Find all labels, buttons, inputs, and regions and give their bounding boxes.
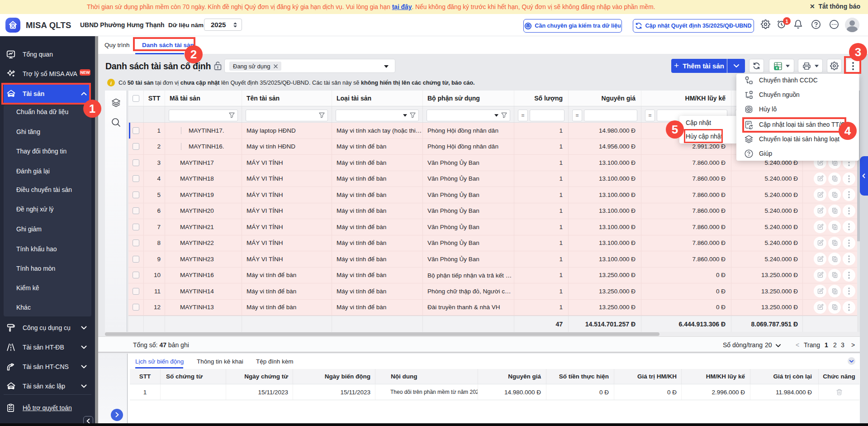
- svg-text:x: x: [775, 66, 778, 70]
